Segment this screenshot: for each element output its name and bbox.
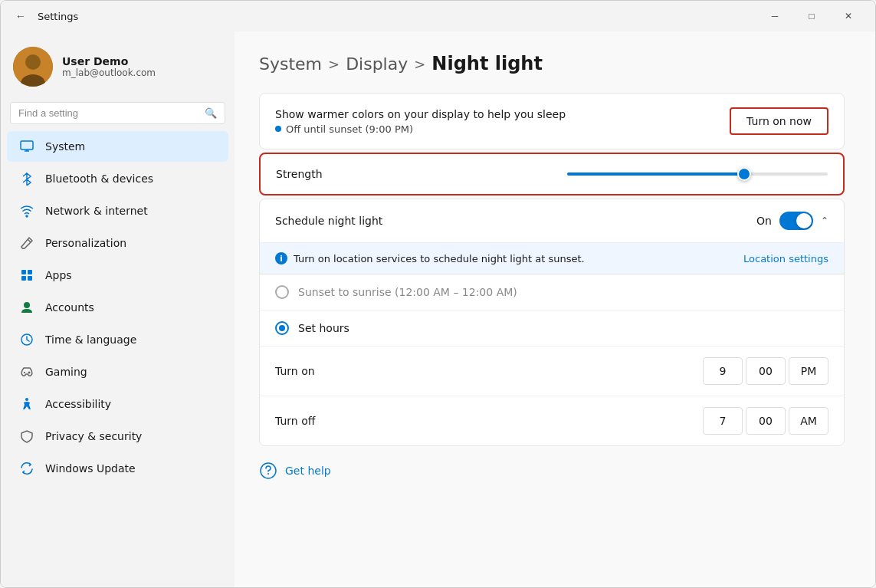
turn-on-label: Turn on (275, 365, 315, 377)
turn-on-hour[interactable]: 9 (703, 357, 743, 385)
sunset-option-row[interactable]: Sunset to sunrise (12:00 AM – 12:00 AM) (260, 274, 844, 310)
status-dot (275, 126, 281, 132)
wifi-icon (19, 203, 34, 218)
clock-icon (19, 332, 34, 347)
sidebar: User Demo m_lab@outlook.com 🔍 Sy (1, 31, 235, 587)
sidebar-item-gaming[interactable]: Gaming (7, 356, 228, 387)
svg-rect-11 (28, 276, 32, 281)
sidebar-item-bluetooth[interactable]: Bluetooth & devices (7, 163, 228, 194)
user-section: User Demo m_lab@outlook.com (1, 38, 235, 99)
turn-on-ampm[interactable]: PM (789, 357, 828, 385)
svg-point-12 (24, 302, 30, 308)
svg-rect-8 (21, 270, 26, 274)
svg-point-16 (28, 372, 30, 373)
user-name: User Demo (62, 55, 222, 67)
turn-off-min[interactable]: 00 (746, 407, 786, 435)
titlebar-controls: ─ □ ✕ (757, 4, 866, 28)
schedule-label: Schedule night light (275, 215, 382, 227)
schedule-header: Schedule night light On ⌃ (260, 199, 844, 243)
turn-on-min[interactable]: 00 (746, 357, 786, 385)
strength-label: Strength (276, 168, 323, 180)
schedule-card: Schedule night light On ⌃ i Turn on loca… (259, 199, 845, 446)
sidebar-item-network-label: Network & internet (45, 205, 148, 217)
svg-rect-9 (28, 270, 32, 274)
breadcrumb-current: Night light (431, 53, 543, 74)
sidebar-item-accessibility[interactable]: Accessibility (7, 389, 228, 419)
slider-track[interactable] (567, 172, 828, 176)
search-input[interactable] (18, 107, 198, 119)
user-email: m_lab@outlook.com (62, 67, 222, 78)
turn-off-hour[interactable]: 7 (703, 407, 743, 435)
turn-off-time-row: Turn off 7 00 AM (260, 396, 844, 445)
sidebar-item-personalization-label: Personalization (45, 237, 126, 249)
strength-card: Strength (259, 153, 845, 195)
sidebar-item-accounts[interactable]: Accounts (7, 292, 228, 323)
info-left: i Turn on location services to schedule … (275, 252, 585, 264)
sidebar-item-time-label: Time & language (45, 333, 136, 346)
sidebar-item-privacy-label: Privacy & security (45, 430, 142, 442)
slider-thumb[interactable] (737, 167, 751, 181)
sidebar-item-system-label: System (45, 140, 85, 153)
gamepad-icon (19, 364, 34, 379)
window-title: Settings (38, 11, 78, 22)
slider-fill (567, 172, 744, 176)
minimize-button[interactable]: ─ (757, 4, 792, 28)
refresh-icon (19, 461, 34, 476)
sidebar-item-system[interactable]: System (7, 131, 228, 162)
sethours-label: Set hours (298, 322, 349, 334)
titlebar: ← Settings ─ □ ✕ (1, 1, 875, 31)
sidebar-item-time[interactable]: Time & language (7, 324, 228, 355)
user-info: User Demo m_lab@outlook.com (62, 55, 222, 78)
toggle-knob (796, 213, 812, 228)
location-info-text: Turn on location services to schedule ni… (294, 253, 585, 264)
sidebar-item-network[interactable]: Network & internet (7, 195, 228, 226)
accessibility-icon (19, 396, 34, 412)
get-help-row[interactable]: Get help (259, 462, 845, 480)
sidebar-item-bluetooth-label: Bluetooth & devices (45, 172, 153, 185)
status-row: Off until sunset (9:00 PM) (275, 123, 566, 135)
sidebar-item-privacy[interactable]: Privacy & security (7, 421, 228, 452)
svg-point-17 (25, 398, 28, 401)
turn-on-now-button[interactable]: Turn on now (730, 107, 828, 135)
bluetooth-icon (19, 171, 34, 186)
brush-icon (19, 235, 34, 251)
content-area: System > Display > Night light Show warm… (235, 31, 875, 587)
search-box[interactable]: 🔍 (10, 102, 225, 124)
description-card: Show warmer colors on your display to he… (259, 93, 845, 149)
titlebar-left: ← Settings (10, 5, 78, 27)
breadcrumb-sep1: > (328, 56, 340, 72)
sunset-radio[interactable] (275, 285, 289, 299)
breadcrumb-system: System (259, 54, 322, 74)
location-settings-link[interactable]: Location settings (743, 253, 828, 264)
search-icon: 🔍 (205, 107, 217, 119)
description-left: Show warmer colors on your display to he… (275, 108, 566, 135)
sethours-option-row[interactable]: Set hours (260, 310, 844, 347)
breadcrumb-display: Display (346, 54, 408, 74)
help-icon (259, 462, 277, 480)
description-title: Show warmer colors on your display to he… (275, 108, 566, 120)
turn-off-inputs: 7 00 AM (703, 407, 828, 435)
sidebar-item-accessibility-label: Accessibility (45, 398, 111, 410)
get-help-link[interactable]: Get help (285, 465, 331, 477)
svg-point-6 (26, 215, 28, 217)
back-button[interactable]: ← (10, 5, 31, 27)
maximize-button[interactable]: □ (794, 4, 829, 28)
sidebar-item-personalization[interactable]: Personalization (7, 228, 228, 258)
turn-off-ampm[interactable]: AM (789, 407, 828, 435)
breadcrumb: System > Display > Night light (259, 53, 845, 74)
avatar (13, 47, 53, 87)
schedule-toggle[interactable] (779, 212, 813, 230)
shield-icon (19, 429, 34, 444)
sidebar-item-apps[interactable]: Apps (7, 260, 228, 291)
sidebar-item-gaming-label: Gaming (45, 366, 87, 378)
sunset-label: Sunset to sunrise (12:00 AM – 12:00 AM) (298, 286, 517, 298)
close-button[interactable]: ✕ (831, 4, 866, 28)
turn-off-label: Turn off (275, 415, 315, 427)
slider-container (567, 172, 828, 176)
sidebar-item-update[interactable]: Windows Update (7, 453, 228, 484)
location-info-row: i Turn on location services to schedule … (260, 243, 844, 274)
svg-rect-3 (21, 141, 33, 149)
chevron-up-icon[interactable]: ⌃ (821, 215, 828, 226)
grid-icon (19, 268, 34, 283)
sethours-radio[interactable] (275, 321, 289, 335)
